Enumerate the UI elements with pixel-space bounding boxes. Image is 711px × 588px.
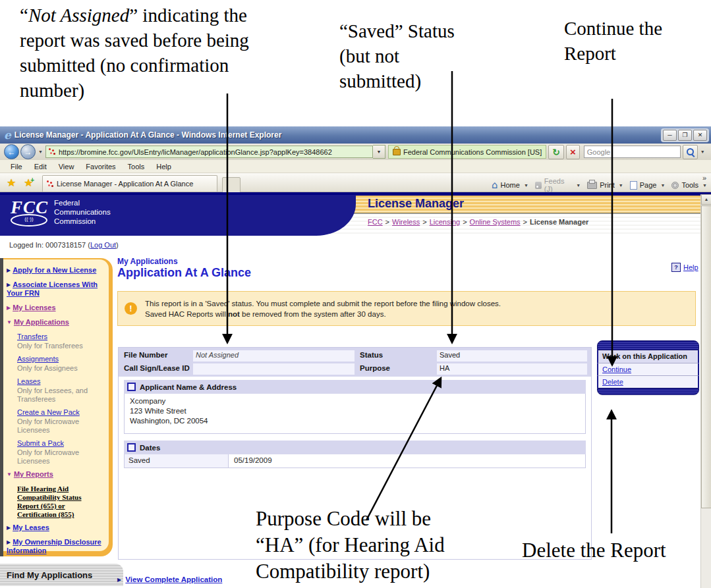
applicant-section-header: Applicant Name & Address <box>124 380 586 394</box>
call-sign-label: Call Sign/Lease ID <box>124 364 190 372</box>
sidebar-item-my-leases[interactable]: ▶My Leases <box>7 523 105 532</box>
warning-line1: This report is in a 'Saved' status. You … <box>145 298 501 309</box>
tab-favicon <box>47 180 54 188</box>
section-square-icon <box>127 443 136 452</box>
fcc-header-block <box>0 192 356 236</box>
sidebar-sub-leases[interactable]: LeasesOnly for Lessees, and Transferees <box>17 377 105 404</box>
lock-icon <box>393 149 401 155</box>
sidebar-sub-create-pack[interactable]: Create a New PackOnly for Microwave Lice… <box>17 408 105 435</box>
window-controls: ─ ❐ ✕ <box>661 128 709 142</box>
menu-tools[interactable]: Tools <box>123 161 150 172</box>
sidebar-sub-submit-pack[interactable]: Submit a PackOnly for Microwave Licensee… <box>17 439 105 466</box>
file-number-label: File Number <box>124 351 167 359</box>
sidebar-note: Only for Lessees, and Transferees <box>17 387 105 404</box>
print-button[interactable]: Print▼ <box>584 181 627 189</box>
breadcrumb-wireless[interactable]: Wireless <box>392 218 420 226</box>
call-sign-value <box>193 363 355 375</box>
menu-bar: File Edit View Favorites Tools Help <box>0 160 711 173</box>
forward-button[interactable]: → <box>20 144 36 159</box>
browser-tab[interactable]: License Manager - Application At A Glanc… <box>42 175 217 192</box>
triangle-right-icon: ▶ <box>117 577 121 583</box>
annotation-delete-report: Delete the Report <box>522 537 706 564</box>
breadcrumb-licensing[interactable]: Licensing <box>430 218 460 226</box>
menu-help[interactable]: Help <box>151 161 177 172</box>
minimize-icon[interactable]: ─ <box>663 130 677 141</box>
scrollbar-thumb[interactable] <box>701 205 711 508</box>
delete-link[interactable]: Delete <box>602 378 623 386</box>
page-button[interactable]: Page▼ <box>627 181 669 190</box>
sidebar-item-my-licenses[interactable]: ▶My Licenses <box>7 304 105 312</box>
breadcrumb-fcc[interactable]: FCC <box>368 218 383 226</box>
menu-favorites[interactable]: Favorites <box>80 161 121 172</box>
status-value: Saved <box>437 350 587 361</box>
url-text: https://bromine.fcc.gov/UlsEntry/licMana… <box>59 148 332 156</box>
add-favorite-icon[interactable]: ★+ <box>24 176 34 189</box>
logout-link[interactable]: Log Out <box>90 241 116 249</box>
section-label: My Applications <box>117 257 178 266</box>
feeds-icon <box>535 182 542 189</box>
search-options-icon[interactable]: ▼ <box>700 149 705 154</box>
sidebar-item-apply-new-license[interactable]: ▶Apply for a New License <box>7 266 105 275</box>
fcc-logo[interactable]: FCC ((·)) <box>11 198 48 227</box>
menu-file[interactable]: File <box>5 161 28 172</box>
history-dropdown-icon[interactable]: ▼ <box>38 149 43 154</box>
back-button[interactable]: ← <box>4 144 19 159</box>
file-number-value: Not Assigned <box>193 350 355 361</box>
home-button[interactable]: ⌂Home▼ <box>489 181 532 189</box>
sidebar-sub-assignments[interactable]: AssignmentsOnly for Assignees <box>17 355 105 373</box>
triangle-down-icon: ▼ <box>7 471 12 477</box>
favorites-star-icon[interactable]: ★ <box>7 176 16 189</box>
sidebar-item-my-applications[interactable]: ▼My Applications <box>7 318 105 327</box>
continue-row[interactable]: Continue <box>597 363 699 375</box>
scroll-up-icon[interactable]: ▲ <box>701 194 711 205</box>
sidebar-item-associate-licenses[interactable]: ▶Associate Licenses With Your FRN <box>7 281 105 298</box>
applicant-section: Applicant Name & Address Xcompany 123 Wh… <box>124 380 586 434</box>
triangle-right-icon: ▶ <box>7 539 11 545</box>
warning-banner: ! This report is in a 'Saved' status. Yo… <box>117 291 696 326</box>
stop-button[interactable]: × <box>566 145 580 159</box>
menu-view[interactable]: View <box>53 161 80 172</box>
sidebar-note: Only for Microwave Licensees <box>17 448 105 466</box>
ev-certificate-badge[interactable]: Federal Communications Commission [US] <box>388 145 546 159</box>
page-icon <box>630 181 637 190</box>
url-input[interactable]: https://bromine.fcc.gov/UlsEntry/licMana… <box>45 146 373 158</box>
sidebar-sub-hac-report[interactable]: File Hearing Aid Compatibility Status Re… <box>17 485 105 519</box>
dates-section: Dates Saved 05/19/2009 <box>124 441 586 468</box>
vertical-scrollbar[interactable]: ▲ <box>700 194 711 588</box>
search-input[interactable]: Google <box>584 146 681 158</box>
menu-edit[interactable]: Edit <box>29 161 52 172</box>
view-complete-link[interactable]: View Complete Application <box>125 575 222 583</box>
url-dropdown-icon[interactable]: ▼ <box>373 145 385 159</box>
maximize-icon[interactable]: ❐ <box>678 130 692 141</box>
address-bar: ← → ▼ https://bromine.fcc.gov/UlsEntry/l… <box>0 144 711 160</box>
annotation-continue-report: Continue the Report <box>564 16 693 66</box>
sidebar-item-my-reports[interactable]: ▼My Reports <box>7 470 105 479</box>
sidebar-item-ownership-disclosure[interactable]: ▶My Ownership Disclosure Information <box>7 538 105 555</box>
refresh-button[interactable]: ↻ <box>548 145 564 159</box>
work-on-application-panel: Work on this Application Continue Delete <box>597 340 699 395</box>
status-label: Status <box>360 351 383 359</box>
toolbar-overflow-icon[interactable]: » <box>702 174 706 182</box>
help-link-group[interactable]: ? Help <box>671 263 698 272</box>
search-button[interactable] <box>683 145 698 159</box>
feeds-button[interactable]: Feeds (J)▼ <box>532 177 584 193</box>
date-row-value: 05/19/2009 <box>229 454 585 468</box>
new-tab-stub[interactable] <box>222 177 241 193</box>
help-link[interactable]: Help <box>683 263 698 271</box>
close-icon[interactable]: ✕ <box>693 130 707 141</box>
sidebar-note: Only for Assignees <box>17 364 105 373</box>
warning-icon: ! <box>125 302 137 315</box>
sidebar-sub-transfers[interactable]: TransfersOnly for Transferees <box>17 333 105 350</box>
breadcrumb-online-systems[interactable]: Online Systems <box>470 218 521 226</box>
annotation-not-assigned: “Not Assigned” indicating the report was… <box>20 3 285 103</box>
view-complete-application[interactable]: ▶ View Complete Application <box>117 575 222 583</box>
page-title: Application At A Glance <box>117 266 251 280</box>
purpose-value: HA <box>437 363 587 375</box>
panel-bottom-border <box>597 388 699 395</box>
find-my-applications-header: Find My Applications <box>0 564 123 586</box>
window-title: License Manager - Application At A Glanc… <box>14 130 282 140</box>
continue-link[interactable]: Continue <box>602 365 631 373</box>
tools-button[interactable]: Tools▼ <box>669 181 711 189</box>
delete-row[interactable]: Delete <box>597 375 699 388</box>
triangle-right-icon: ▶ <box>7 305 11 311</box>
